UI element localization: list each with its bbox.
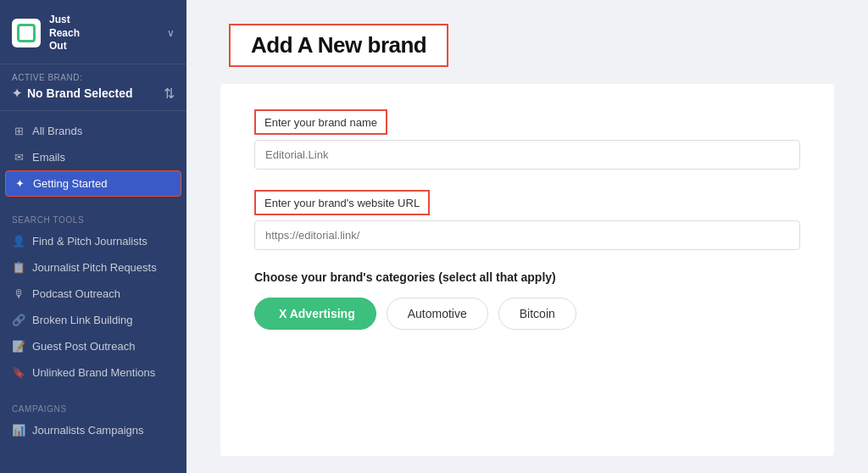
website-label-box: Enter your brand's website URL: [254, 190, 430, 215]
form-area: Enter your brand name Enter your brand's…: [220, 84, 834, 456]
person-icon: 👤: [12, 235, 25, 248]
journalist-pitch-label: Journalist Pitch Requests: [32, 261, 157, 274]
brand-selector[interactable]: ✦ No Brand Selected ⇅: [12, 86, 175, 102]
logo-icon-graphic: [17, 24, 36, 42]
broken-link-label: Broken Link Building: [32, 314, 133, 326]
active-brand-section: Active Brand: ✦ No Brand Selected ⇅: [0, 64, 186, 111]
campaigns-section: Campaigns 📊 Journalists Campaigns: [0, 392, 186, 450]
category-bitcoin[interactable]: Bitcoin: [498, 298, 576, 330]
website-url-group: Enter your brand's website URL: [254, 190, 800, 250]
sidebar-item-journalists-campaigns[interactable]: 📊 Journalists Campaigns: [0, 417, 186, 443]
sidebar-item-find-pitch[interactable]: 👤 Find & Pitch Journalists: [0, 228, 186, 254]
grid-icon: ⊞: [12, 125, 25, 137]
brand-name-label-box: Enter your brand name: [254, 109, 387, 135]
automotive-label: Automotive: [408, 307, 467, 320]
logo-text: Just Reach Out: [49, 14, 80, 53]
search-tools-section: Search tools 👤 Find & Pitch Journalists …: [0, 203, 186, 392]
logo-inner: Just Reach Out: [12, 14, 80, 53]
main-content: Add A New brand Enter your brand name En…: [186, 0, 868, 473]
emails-label: Emails: [32, 151, 65, 164]
brand-icon: ✦: [12, 86, 22, 100]
page-header: Add A New brand: [186, 0, 868, 84]
chart-icon: 📊: [12, 424, 25, 437]
brand-name-group: Enter your brand name: [254, 109, 800, 170]
categories-group: Choose your brand's categories (select a…: [254, 270, 800, 330]
active-brand-label: Active Brand:: [12, 73, 175, 82]
category-advertising[interactable]: X Advertising: [254, 298, 376, 330]
journalists-campaigns-label: Journalists Campaigns: [32, 424, 144, 437]
categories-title: Choose your brand's categories (select a…: [254, 270, 800, 284]
getting-started-label: Getting Started: [33, 177, 107, 190]
sidebar-item-broken-link[interactable]: 🔗 Broken Link Building: [0, 307, 186, 333]
sidebar-item-getting-started[interactable]: ✦ Getting Started: [5, 170, 181, 197]
star-icon: ✦: [13, 177, 26, 190]
sidebar-item-guest-post[interactable]: 📝 Guest Post Outreach: [0, 333, 186, 359]
microphone-icon: 🎙: [12, 287, 25, 300]
bookmark-icon: 🔖: [12, 366, 25, 379]
sidebar-item-unlinked[interactable]: 🔖 Unlinked Brand Mentions: [0, 359, 186, 386]
link-icon: 🔗: [12, 314, 25, 326]
page-title: Add A New brand: [251, 32, 426, 58]
page-title-box: Add A New brand: [229, 24, 448, 67]
email-icon: ✉: [12, 151, 25, 164]
website-url-input[interactable]: [254, 220, 800, 250]
bitcoin-label: Bitcoin: [520, 307, 555, 320]
selector-arrows-icon[interactable]: ⇅: [164, 86, 175, 102]
website-label: Enter your brand's website URL: [264, 197, 420, 209]
unlinked-label: Unlinked Brand Mentions: [32, 366, 155, 379]
sidebar-item-emails[interactable]: ✉ Emails: [0, 144, 186, 170]
category-automotive[interactable]: Automotive: [387, 298, 488, 330]
sidebar: Just Reach Out ∨ Active Brand: ✦ No Bran…: [0, 0, 186, 473]
logo-chevron-icon[interactable]: ∨: [167, 27, 175, 39]
clipboard-icon: 📋: [12, 261, 25, 274]
top-nav: ⊞ All Brands ✉ Emails ✦ Getting Started: [0, 111, 186, 203]
campaigns-label: Campaigns: [0, 399, 186, 417]
logo-icon: [12, 19, 41, 47]
guest-post-label: Guest Post Outreach: [32, 340, 135, 353]
all-brands-label: All Brands: [32, 125, 82, 137]
active-brand-name: ✦ No Brand Selected: [12, 86, 132, 100]
search-tools-label: Search tools: [0, 210, 186, 228]
advertising-label: X Advertising: [279, 307, 355, 320]
sidebar-item-all-brands[interactable]: ⊞ All Brands: [0, 118, 186, 144]
brand-name-input[interactable]: [254, 140, 800, 170]
podcast-label: Podcast Outreach: [32, 287, 120, 300]
pencil-icon: 📝: [12, 340, 25, 353]
categories-row: X Advertising Automotive Bitcoin: [254, 298, 800, 330]
brand-name-text: No Brand Selected: [27, 86, 132, 100]
sidebar-item-journalist-pitch[interactable]: 📋 Journalist Pitch Requests: [0, 254, 186, 281]
sidebar-item-podcast[interactable]: 🎙 Podcast Outreach: [0, 281, 186, 307]
brand-name-label: Enter your brand name: [264, 116, 377, 129]
find-pitch-label: Find & Pitch Journalists: [32, 235, 147, 248]
sidebar-logo[interactable]: Just Reach Out ∨: [0, 0, 186, 64]
